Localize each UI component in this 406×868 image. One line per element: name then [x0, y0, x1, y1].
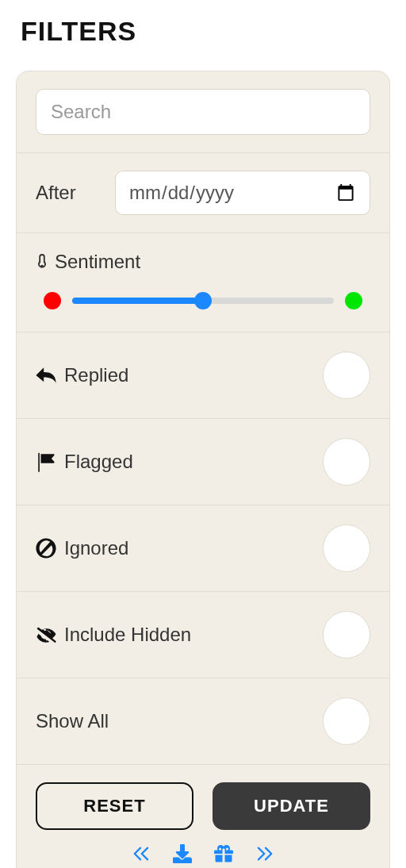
after-date-input[interactable]: [115, 171, 370, 215]
ban-icon: [36, 538, 56, 559]
ignored-label: Ignored: [64, 537, 128, 559]
replied-toggle[interactable]: [323, 351, 370, 399]
flagged-row: Flagged: [17, 419, 389, 505]
show-all-row: Show All: [17, 678, 389, 765]
search-input[interactable]: [36, 89, 370, 135]
search-section: [17, 71, 389, 153]
last-page-icon[interactable]: [255, 844, 274, 863]
download-icon[interactable]: [173, 844, 192, 863]
ignored-toggle[interactable]: [323, 524, 370, 572]
show-all-toggle[interactable]: [323, 697, 370, 745]
sentiment-low-icon: [44, 292, 61, 309]
sentiment-section: Sentiment: [17, 233, 389, 332]
flag-icon: [36, 451, 56, 472]
sentiment-high-icon: [345, 292, 362, 309]
include-hidden-row: Include Hidden: [17, 592, 389, 678]
sentiment-label: Sentiment: [55, 251, 140, 273]
page-title: FILTERS: [21, 16, 390, 47]
footer-section: RESET UPDATE: [17, 765, 389, 868]
include-hidden-toggle[interactable]: [323, 611, 370, 659]
date-after-section: After: [17, 153, 389, 233]
show-all-label: Show All: [36, 710, 109, 732]
filters-panel: After Sentiment Replied Fl: [16, 71, 390, 868]
flagged-label: Flagged: [64, 451, 133, 473]
include-hidden-label: Include Hidden: [64, 624, 191, 646]
replied-row: Replied: [17, 332, 389, 419]
update-button[interactable]: UPDATE: [213, 782, 370, 830]
reply-icon: [36, 365, 56, 386]
replied-label: Replied: [64, 364, 128, 386]
thermometer-icon: [36, 254, 48, 270]
eye-slash-icon: [36, 624, 56, 645]
ignored-row: Ignored: [17, 505, 389, 592]
gift-icon[interactable]: [214, 844, 233, 863]
sentiment-slider[interactable]: [72, 298, 334, 304]
flagged-toggle[interactable]: [323, 438, 370, 486]
reset-button[interactable]: RESET: [36, 782, 193, 830]
after-label: After: [36, 182, 99, 204]
first-page-icon[interactable]: [132, 844, 151, 863]
